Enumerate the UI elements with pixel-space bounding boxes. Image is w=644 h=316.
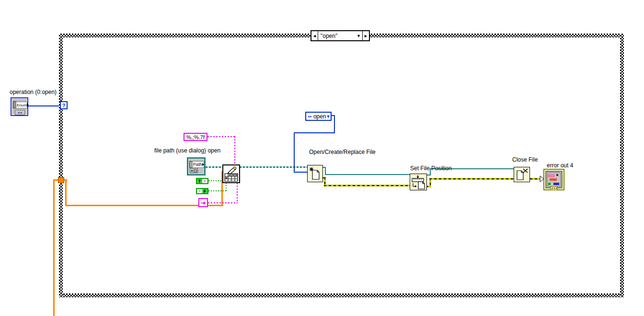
wire-file-path-in — [206, 166, 223, 168]
false-constant-active: F — [202, 189, 207, 193]
path-connector-icon — [190, 168, 198, 173]
wire-format-string-v — [234, 136, 235, 165]
tab-constant[interactable]: ⇥ — [198, 198, 208, 207]
wire-open-enum-5 — [294, 172, 308, 173]
labview-block-diagram: ◄ "open" ▼ ► ? operation (0:open) Enum ◄… — [0, 0, 644, 316]
enum-const-text: open — [313, 113, 326, 120]
format-string-constant[interactable]: %,;%.7f — [184, 133, 207, 141]
set-file-position-icon — [410, 174, 426, 190]
path-terminal-field: Path — [192, 161, 204, 168]
file-path-control-terminal[interactable]: Path — [187, 157, 206, 176]
error-out-label: error out 4 — [547, 163, 573, 169]
wire-new-file-path — [240, 166, 308, 168]
format-string-text: %,;%.7f — [186, 134, 205, 140]
operation-control-label: operation (0:open) — [10, 89, 57, 95]
wire-data-array-outside-vertical — [53, 179, 55, 316]
case-selector-value[interactable]: "open" — [321, 33, 337, 39]
wire-bool-true — [208, 180, 223, 181]
enum-caret-icon — [27, 104, 29, 106]
file-path-control-label: file path (use dialog) open — [154, 148, 220, 154]
wire-open-enum-2 — [334, 115, 335, 133]
path-caret-icon — [202, 163, 204, 166]
error-out-indicator[interactable] — [543, 169, 564, 190]
tab-constant-icon: ⇥ — [201, 200, 206, 206]
open-create-replace-file-node[interactable] — [307, 165, 323, 182]
case-selector-tunnel[interactable]: ? — [60, 101, 68, 109]
true-constant[interactable]: T F — [196, 178, 208, 184]
path-terminal-text: Path — [193, 162, 202, 167]
case-previous-arrow[interactable]: ◄ — [311, 31, 318, 40]
close-file-label: Close File — [512, 157, 538, 163]
case-next-arrow[interactable]: ► — [363, 31, 369, 40]
case-structure-border-left[interactable] — [59, 34, 63, 297]
enum-const-dropdown-icon[interactable]: ▼ — [326, 114, 331, 119]
data-array-tunnel[interactable] — [58, 177, 64, 183]
wire-refnum-3 — [325, 174, 411, 175]
enum-increment-decrement[interactable]: ◄► — [15, 110, 25, 115]
wire-open-enum-3 — [294, 132, 335, 133]
false-constant[interactable]: T F — [196, 188, 208, 194]
enum-terminal-field: Enum — [16, 102, 27, 108]
case-selector[interactable]: ◄ "open" ▼ ► — [310, 30, 370, 41]
case-structure-border-right[interactable] — [620, 34, 624, 297]
true-constant-active: T — [197, 179, 202, 183]
close-file-node[interactable] — [514, 167, 530, 182]
true-constant-inactive: F — [202, 179, 207, 183]
wire-data-array-inside-2 — [65, 179, 67, 206]
wire-error-3 — [324, 185, 411, 187]
open-create-replace-file-icon — [308, 165, 322, 182]
enum-terminal-text: Enum — [16, 103, 27, 107]
write-spreadsheet-icon — [223, 165, 239, 182]
enum-const-arrows-icon: ◄► — [307, 115, 312, 118]
write-spreadsheet-node[interactable] — [222, 164, 240, 183]
case-selector-dropdown-icon[interactable]: ▼ — [356, 34, 362, 38]
error-cluster-icon — [543, 169, 564, 190]
wire-bool-false-v — [226, 183, 227, 191]
operation-enum-terminal[interactable]: Enum ◄► — [11, 97, 28, 116]
set-file-position-node[interactable] — [410, 174, 427, 190]
open-file-node-label: Open/Create/Replace File — [309, 149, 376, 155]
close-file-icon — [514, 167, 529, 182]
open-enum-constant[interactable]: ◄► open ▼ — [305, 112, 332, 121]
wire-open-enum-4 — [294, 132, 295, 173]
wire-delimiter-v — [237, 183, 238, 203]
wire-operation-enum — [28, 105, 60, 106]
wire-bool-false-h — [208, 190, 227, 191]
set-file-position-label: Set File Position — [410, 165, 452, 172]
false-constant-inactive: T — [197, 189, 202, 193]
wire-delimiter-h — [208, 202, 238, 203]
wire-format-string-h — [207, 136, 235, 137]
case-structure-border-bottom[interactable] — [59, 293, 624, 297]
